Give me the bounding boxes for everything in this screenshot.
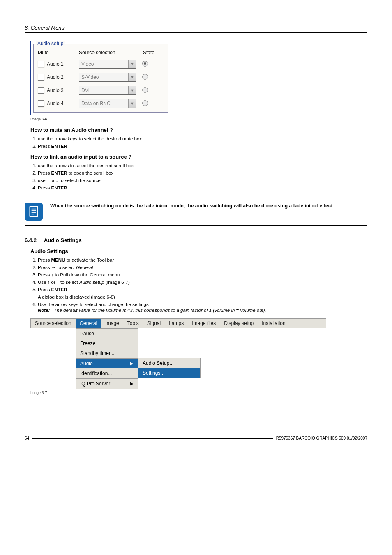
- note-block: When the source switching mode is the fa…: [25, 198, 367, 226]
- audio-setup-dialog: Audio setup Mute Source selection State …: [30, 41, 171, 115]
- dialog-title: Audio setup: [36, 41, 65, 46]
- menu-item[interactable]: Signal: [143, 319, 165, 328]
- step: Press → to select General: [38, 265, 367, 270]
- col-source-header: Source selection: [79, 50, 136, 55]
- doc-id: R5976367 BARCOIQ GRAPHICS 500 01/02/2007: [276, 436, 367, 440]
- mute-row-2: Audio 2: [38, 74, 79, 81]
- state-radio-2[interactable]: [142, 74, 148, 80]
- step: Press ENTER: [38, 185, 367, 190]
- chevron-down-icon: ▼: [128, 86, 136, 94]
- step: Press ENTER A dialog box is displayed (i…: [38, 287, 367, 299]
- mute-row-3: Audio 3: [38, 87, 79, 94]
- source-select-1[interactable]: Video▼: [79, 60, 136, 69]
- dropdown-item-audio[interactable]: Audio▶: [76, 358, 138, 368]
- state-radio-1[interactable]: [142, 61, 148, 67]
- note-icon: [25, 203, 43, 221]
- menu-item[interactable]: Image files: [188, 319, 220, 328]
- menubar-screenshot: Source selection General Image Tools Sig…: [30, 318, 326, 389]
- step: Press MENU to activate the Tool bar: [38, 258, 367, 263]
- menu-item[interactable]: Installation: [258, 319, 289, 328]
- steps-list: use the arrow keys to select the desired…: [30, 136, 367, 149]
- menu-item[interactable]: Tools: [123, 319, 143, 328]
- dropdown-item[interactable]: Pause: [76, 329, 138, 339]
- page-number: 54: [25, 436, 29, 440]
- dropdown-item[interactable]: Freeze: [76, 339, 138, 348]
- general-dropdown: Pause Freeze Standby timer... Audio▶ Ide…: [76, 328, 138, 389]
- submenu-item-settings[interactable]: Settings...: [138, 368, 200, 378]
- audio-label-2: Audio 2: [47, 74, 64, 80]
- audio-label-1: Audio 1: [47, 61, 64, 67]
- step: Press ENTER to open the scroll box: [38, 170, 367, 175]
- dropdown-item[interactable]: Standby timer...: [76, 348, 138, 358]
- state-radio-3[interactable]: [142, 87, 148, 93]
- menu-item[interactable]: Image: [101, 319, 123, 328]
- heading-audio-settings: Audio Settings: [30, 248, 367, 254]
- page-footer: 54 R5976367 BARCOIQ GRAPHICS 500 01/02/2…: [25, 436, 367, 440]
- divider: [25, 32, 367, 33]
- dropdown-item[interactable]: Identification...: [76, 368, 138, 378]
- mute-checkbox-1[interactable]: [38, 61, 44, 67]
- source-select-3[interactable]: DVI▼: [79, 86, 136, 95]
- menubar: Source selection General Image Tools Sig…: [30, 318, 326, 328]
- breadcrumb: 6. General Menu: [25, 25, 367, 31]
- audio-label-4: Audio 4: [47, 101, 64, 106]
- section-heading: 6.4.2 Audio Settings: [25, 237, 367, 243]
- step: Press ↓ to Pull down the General menu: [38, 272, 367, 277]
- menu-item[interactable]: Source selection: [31, 319, 76, 328]
- col-state-header: State: [136, 50, 161, 55]
- note-text: When the source switching mode is the fa…: [50, 203, 334, 209]
- step: Use ↑ or ↓ to select Audio setup (image …: [38, 280, 367, 285]
- step: Use the arrow keys to select and change …: [38, 302, 367, 313]
- dropdown-item[interactable]: IQ Pro Server▶: [76, 378, 138, 389]
- audio-label-3: Audio 3: [47, 88, 64, 93]
- image-caption: Image 6-6: [30, 117, 367, 121]
- image-caption: Image 6-7: [30, 391, 367, 395]
- mute-checkbox-2[interactable]: [38, 74, 44, 81]
- menu-item[interactable]: Lamps: [165, 319, 188, 328]
- mute-row-4: Audio 4: [38, 100, 79, 107]
- chevron-right-icon: ▶: [130, 380, 134, 388]
- chevron-down-icon: ▼: [128, 60, 136, 68]
- submenu-item[interactable]: Audio Setup...: [138, 358, 200, 368]
- col-mute-header: Mute: [38, 50, 79, 55]
- step: Press ENTER: [38, 144, 367, 149]
- step: use the arrows to select the desired scr…: [38, 163, 367, 168]
- step: use the arrow keys to select the desired…: [38, 136, 367, 141]
- mute-checkbox-4[interactable]: [38, 100, 44, 107]
- chevron-down-icon: ▼: [128, 73, 136, 81]
- steps-list: use the arrows to select the desired scr…: [30, 163, 367, 190]
- svg-rect-0: [30, 206, 37, 217]
- menu-item[interactable]: Display setup: [220, 319, 258, 328]
- menu-item-general[interactable]: General: [76, 319, 101, 328]
- heading-link: How to link an audio input to a source ?: [30, 154, 367, 160]
- source-select-2[interactable]: S-Video▼: [79, 73, 136, 82]
- chevron-down-icon: ▼: [128, 99, 136, 108]
- step: use ↑ or ↓ to select the source: [38, 178, 367, 183]
- chevron-right-icon: ▶: [130, 359, 134, 368]
- state-radio-4[interactable]: [142, 100, 148, 106]
- audio-submenu: Audio Setup... Settings...: [138, 358, 201, 378]
- source-select-4[interactable]: Data on BNC▼: [79, 99, 136, 108]
- heading-mute: How to mute an Audio channel ?: [30, 127, 367, 133]
- mute-checkbox-3[interactable]: [38, 87, 44, 94]
- mute-row-1: Audio 1: [38, 61, 79, 67]
- steps-list: Press MENU to activate the Tool bar Pres…: [30, 258, 367, 313]
